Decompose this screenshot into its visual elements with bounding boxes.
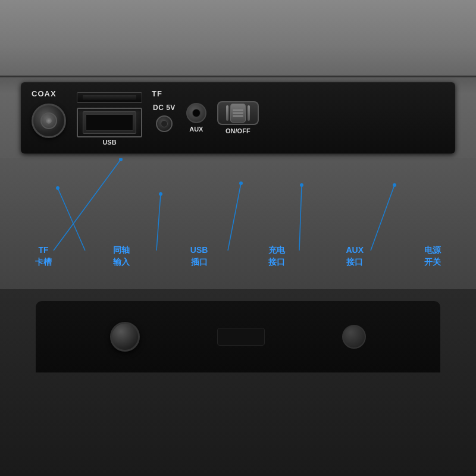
svg-line-2 — [58, 188, 85, 250]
svg-point-3 — [56, 186, 60, 190]
device-body: COAX TF — [0, 0, 476, 476]
tf-slot[interactable] — [77, 92, 142, 103]
usb-slot — [86, 114, 133, 131]
dc-port-inner — [161, 120, 168, 127]
dc-port[interactable] — [156, 115, 173, 132]
bottom-button-right[interactable] — [342, 325, 366, 349]
switch-line-1 — [226, 105, 228, 121]
svg-line-8 — [299, 185, 302, 250]
aux-port[interactable] — [186, 103, 206, 123]
bottom-knob-left[interactable] — [110, 322, 140, 352]
aux-port-area: AUX — [186, 103, 206, 133]
annotation-svg — [21, 158, 455, 289]
aux-label: AUX — [189, 126, 203, 133]
coax-inner — [40, 112, 57, 129]
svg-line-10 — [371, 185, 394, 250]
usb-port[interactable] — [77, 108, 142, 137]
usb-label: USB — [102, 139, 116, 146]
bottom-area — [0, 289, 476, 476]
coax-center — [46, 118, 52, 124]
knob-ridge-2 — [233, 112, 243, 114]
svg-line-0 — [54, 159, 121, 250]
panel: COAX TF — [21, 82, 455, 154]
dc-port-area: DC 5V — [153, 104, 176, 132]
svg-point-5 — [159, 192, 162, 196]
tf-usb-area: USB — [77, 92, 142, 146]
switch-knob — [230, 104, 246, 123]
onoff-switch[interactable] — [217, 101, 259, 125]
svg-line-6 — [228, 183, 241, 250]
annotation-area: TF 卡槽 同轴 输入 USB 插口 充电 接口 AUX 接口 电源 开关 — [21, 158, 455, 289]
knob-ridge-1 — [233, 109, 243, 111]
svg-point-9 — [300, 183, 303, 187]
onoff-area: ON/OFF — [217, 101, 259, 134]
tf-label: TF — [152, 89, 162, 98]
onoff-label: ON/OFF — [226, 127, 250, 134]
aux-hole — [192, 109, 201, 117]
svg-point-7 — [239, 181, 243, 185]
switch-line-2 — [248, 105, 250, 121]
tf-slot-inner — [83, 95, 136, 100]
dc-label: DC 5V — [153, 104, 176, 112]
coax-port[interactable] — [32, 104, 66, 138]
usb-inner — [83, 111, 136, 134]
svg-line-4 — [156, 194, 161, 250]
bottom-slot — [217, 328, 265, 346]
svg-point-11 — [393, 183, 396, 187]
panel-wrapper: COAX TF — [0, 77, 476, 158]
top-area — [0, 0, 476, 77]
bottom-device — [36, 301, 440, 372]
knob-ridge-3 — [233, 115, 243, 117]
coax-label: COAX — [32, 89, 57, 98]
coax-port-group — [32, 104, 66, 138]
